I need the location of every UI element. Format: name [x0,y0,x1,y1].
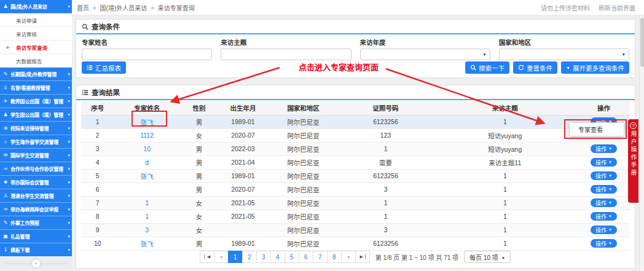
cell-action: 操作▼ [578,223,630,237]
sidebar-group-label: 长期国(境)外教师管理 [10,71,66,77]
pagination-page-button[interactable]: 8 [327,251,342,263]
row-action-button[interactable]: 操作▼ [591,239,617,248]
pagination-page-button[interactable]: 1 [228,251,243,263]
sidebar-group-5[interactable]: ♟学生因公出国（境）管理▾ [0,108,72,122]
expert-name-link[interactable]: 1 [145,199,149,206]
main-area: 首页»国(境)外人员来访»来访专家查询 请勿上传涉密材料 刷新当前界面 查询条件… [72,0,644,271]
document-icon: ✉ [2,153,9,158]
expert-name-link[interactable]: 1112 [140,132,154,139]
sidebar-group-15[interactable]: ↧模板下载▾ [0,243,72,257]
cell-country: 阿尔巴尼亚 [268,183,339,196]
row-action-button[interactable]: 操作▼ [591,158,617,167]
cell-id-number: 6123256 [339,237,433,250]
sidebar-group-7[interactable]: ⌂学生海外留学交流管理▾ [0,135,72,149]
sidebar-group-12[interactable]: ♒举办海峡两岸会议申报▾ [0,203,72,216]
sidebar-footer: « [0,256,72,271]
sidebar-group-label: 国际学生交流管理 [10,152,66,159]
breadcrumb-item[interactable]: 首页 [77,3,89,12]
expert-name-input[interactable] [82,49,212,60]
sidebar-group-14[interactable]: ▣礼品管理▾ [0,230,72,243]
expert-name-link[interactable]: 张飞 [141,240,154,248]
row-action-button[interactable]: 操作▼ [591,226,617,234]
page-size-button[interactable]: 每页 10 项 ▲ [464,251,511,263]
sidebar-collapse-button[interactable]: « [31,259,41,269]
cell-id-number: 6123256 [339,115,433,128]
sidebar-group-4[interactable]: ✈教师因公出国（境）管理▾ [0,95,72,108]
vertical-scrollbar[interactable] [639,15,644,271]
expert-name-link[interactable]: 3 [145,226,149,234]
query-field-label: 国家和地区 [499,37,629,47]
pagination-info: 第 1/8 页 第 1 ~ 10 项 共 71 项 [375,253,458,262]
breadcrumb-item[interactable]: 国(境)外人员来访 [100,3,147,12]
sidebar-group-11[interactable]: ♙港澳台学生交流管理▾ [0,189,72,203]
sidebar-group-13[interactable]: ✎外事工作预报▾ [0,216,72,230]
sidebar-group-1[interactable]: ♟国(境)外人员来访▾ [0,0,72,14]
pagination-page-button[interactable]: 5 [285,251,299,263]
crown-icon: ♕ [2,85,9,90]
sidebar-group-2[interactable]: ✎长期国(境)外教师管理▾ [0,68,72,81]
pagination-prev-button[interactable]: « [214,251,229,263]
sidebar-item[interactable]: 大数据报告 [0,54,72,68]
chevron-down-icon: ▾ [68,180,70,185]
cell-topic: 1 [432,183,578,196]
pagination-page-button[interactable]: 7 [313,251,328,263]
sidebar-group-8[interactable]: ✉国际学生交流管理▾ [0,149,72,162]
cell-seq: 10 [81,237,114,250]
row-action-button[interactable]: 操作▼ [591,171,617,180]
user-manual-label: 用户操作手册 [629,131,638,177]
column-header: 来访主题 [432,101,578,115]
pagination-next-button[interactable]: » [341,251,356,263]
pagination-last-button[interactable]: ▶▕ [355,251,370,263]
expert-name-link[interactable]: 张飞 [141,173,154,180]
user-manual-tab[interactable]: ? 用户操作手册 [628,119,638,203]
cell-gender: 男 [180,237,219,250]
cell-id-number: 6123256 [339,169,433,183]
expert-name-link[interactable]: 10 [143,145,151,152]
search-icon [82,23,88,30]
pagination-page-button[interactable]: 2 [242,251,257,263]
search-button[interactable]: 搜索一下 [465,61,509,74]
expert-view-menu-item[interactable]: 专家查看 [578,125,603,134]
cell-seq: 2 [81,128,114,142]
pagination-buttons: ▏◀«12345678»▶▕ [200,251,370,263]
query-actions: 汇总报表 搜索一下 重置条件 ▼ 展开更多查询条件 [82,61,629,74]
sidebar-group-6[interactable]: ⊕校际来访接待管理▾ [0,122,72,135]
row-action-button[interactable]: 操作▼ [591,212,617,221]
cell-action: 操作▼ [578,183,630,196]
summary-report-button[interactable]: 汇总报表 [82,61,126,74]
expert-name-link[interactable]: 1 [145,213,149,220]
row-action-button[interactable]: 操作▼ [591,198,617,207]
row-action-label: 操作 [595,159,607,167]
pagination-page-button[interactable]: 4 [270,251,285,263]
pagination-page-button[interactable]: 6 [299,251,313,263]
scrollbar-thumb[interactable] [640,18,644,67]
row-action-button[interactable]: 操作▼ [591,185,617,194]
visit-year-select[interactable]: ▼ [360,49,490,60]
visit-topic-input[interactable] [221,49,351,60]
cell-country: 阿尔巴尼亚 [268,169,339,183]
pagination-page-button[interactable]: 3 [256,251,271,263]
query-field-label: 专家姓名 [82,37,212,47]
sidebar-group-3[interactable]: ♕名誉/客座教授管理▾ [0,81,72,95]
sidebar-item[interactable]: 来访申请 [0,14,72,27]
cell-country: 阿尔巴尼亚 [268,142,339,155]
sidebar-item[interactable]: 来访审核 [0,27,72,41]
chevron-down-icon: ▼ [608,160,612,164]
row-action-button[interactable]: 操作▼ [591,144,617,153]
row-action-label: 操作 [595,172,607,180]
sidebar-group-10[interactable]: ❖举办国际会议管理▾ [0,176,72,189]
country-region-select[interactable]: ▼ [499,49,629,60]
reset-conditions-button[interactable]: 重置条件 [513,61,557,74]
expand-more-conditions-button[interactable]: ▼ 展开更多查询条件 [561,61,629,74]
sidebar-group-9[interactable]: ∞合作伙伴与合作协议管理▾ [0,162,72,176]
cell-gender: 女 [180,210,219,223]
sidebar-group-label: 举办海峡两岸会议申报 [10,206,66,213]
cell-gender: 男 [180,115,219,128]
refresh-page-link[interactable]: 刷新当前界面 [599,3,635,12]
cell-gender: 男 [180,183,219,196]
expert-name-link[interactable]: 张飞 [141,119,154,126]
cell-country: 阿尔巴尼亚 [268,128,339,142]
pagination-first-button[interactable]: ▏◀ [200,251,214,263]
expert-name-link[interactable]: d [145,159,149,166]
sidebar-item[interactable]: »来访专家查询 [0,41,72,54]
